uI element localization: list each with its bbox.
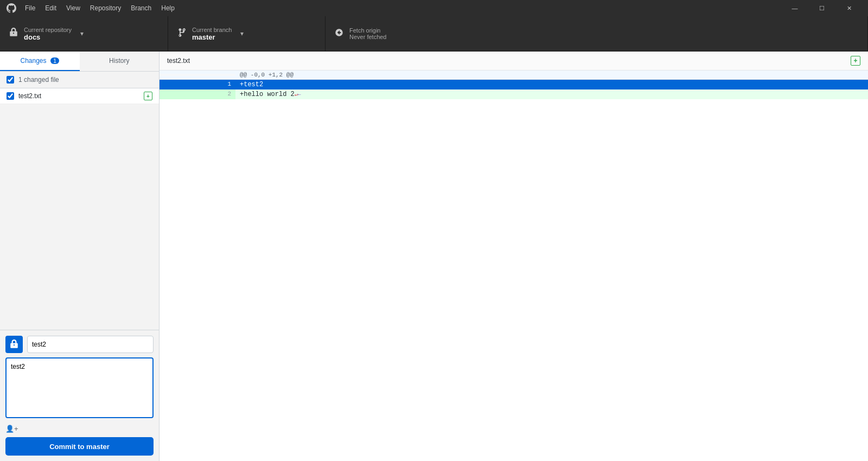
- file-item[interactable]: test2.txt +: [0, 88, 159, 104]
- fetch-label: Fetch origin: [349, 27, 386, 34]
- fetch-text: Fetch origin Never fetched: [349, 27, 386, 40]
- menu-view[interactable]: View: [62, 3, 85, 13]
- diff-line-2-new-num: 2: [197, 89, 235, 99]
- diff-filename: test2.txt: [167, 57, 190, 65]
- menu-file[interactable]: File: [21, 3, 40, 13]
- diff-line-1-code: +test2: [235, 80, 868, 89]
- file-list: test2.txt +: [0, 88, 159, 330]
- diff-hunk-old-num: [159, 74, 197, 76]
- toolbar: Current repository docs ▾ Current branch…: [0, 16, 868, 52]
- branch-label: Current branch: [192, 27, 232, 33]
- diff-line-2[interactable]: 2 +hello world 2↵←: [159, 89, 868, 99]
- menu-repository[interactable]: Repository: [86, 3, 125, 13]
- menu-help[interactable]: Help: [157, 3, 179, 13]
- sidebar: Changes 1 History 1 changed file test2.t…: [0, 52, 159, 461]
- select-all-checkbox[interactable]: [7, 76, 14, 84]
- diff-hunk-header: @@ -0,0 +1,2 @@: [159, 71, 868, 80]
- diff-line-2-old-num: [159, 89, 197, 99]
- tab-changes[interactable]: Changes 1: [0, 52, 80, 71]
- diff-line-1[interactable]: 1 +test2: [159, 80, 868, 89]
- commit-summary: [5, 336, 154, 353]
- changed-files-header: 1 changed file: [0, 72, 159, 88]
- diff-line-2-code: +hello world 2↵←: [235, 89, 868, 99]
- file-added-icon: +: [144, 92, 152, 100]
- diff-line-2-num-area: 2: [159, 89, 235, 99]
- diff-content: @@ -0,0 +1,2 @@ 1 +test2 2 +hello world …: [159, 71, 868, 461]
- repository-text: Current repository docs: [24, 27, 72, 41]
- avatar: [5, 336, 23, 353]
- main-content: Changes 1 History 1 changed file test2.t…: [0, 52, 868, 461]
- current-branch-section[interactable]: Current branch master ▾: [168, 16, 326, 51]
- commit-description-input[interactable]: test2: [5, 357, 154, 418]
- branch-chevron-icon: ▾: [240, 30, 244, 37]
- diff-line-1-new-num: 1: [197, 80, 235, 89]
- branch-text: Current branch master: [192, 27, 232, 41]
- close-button[interactable]: ✕: [837, 0, 861, 16]
- cr-icon: ←: [298, 92, 301, 98]
- add-coauthor-button[interactable]: 👤+: [5, 425, 18, 433]
- person-add-icon: 👤+: [5, 425, 18, 433]
- diff-area: test2.txt + @@ -0,0 +1,2 @@ 1 +test2: [159, 52, 868, 461]
- minimize-button[interactable]: —: [782, 0, 807, 16]
- window-controls: — ☐ ✕: [782, 0, 861, 16]
- lock-icon: [9, 28, 18, 40]
- diff-line-1-num-area: 1: [159, 80, 235, 89]
- tab-history[interactable]: History: [80, 52, 159, 71]
- menu-branch[interactable]: Branch: [126, 3, 156, 13]
- github-logo-icon: [7, 3, 16, 13]
- menu-edit[interactable]: Edit: [41, 3, 61, 13]
- commit-area: test2 👤+ Commit to master: [0, 330, 159, 461]
- diff-line-1-old-num: [159, 80, 197, 89]
- commit-button[interactable]: Commit to master: [5, 437, 154, 456]
- branch-icon: [177, 28, 187, 40]
- current-repository-section[interactable]: Current repository docs ▾: [0, 16, 168, 51]
- maximize-button[interactable]: ☐: [809, 0, 834, 16]
- diff-hunk-num-area: [159, 74, 235, 76]
- fetch-icon: [334, 28, 344, 40]
- diff-header: test2.txt +: [159, 52, 868, 71]
- titlebar-left: File Edit View Repository Branch Help: [7, 3, 179, 13]
- tabs: Changes 1 History: [0, 52, 159, 72]
- diff-hunk-info: @@ -0,0 +1,2 @@: [235, 71, 868, 79]
- diff-hunk-new-num: [197, 74, 235, 76]
- titlebar: File Edit View Repository Branch Help — …: [0, 0, 868, 16]
- repository-label: Current repository: [24, 27, 72, 33]
- changes-badge: 1: [50, 57, 59, 64]
- commit-footer: 👤+: [5, 425, 154, 433]
- branch-value: master: [192, 33, 232, 41]
- changed-files-count: 1 changed file: [18, 76, 152, 84]
- repository-value: docs: [24, 33, 72, 41]
- file-name: test2.txt: [18, 92, 139, 100]
- fetch-value: Never fetched: [349, 34, 386, 40]
- commit-summary-input[interactable]: [27, 336, 154, 353]
- fetch-origin-section[interactable]: Fetch origin Never fetched: [326, 16, 868, 51]
- file-checkbox[interactable]: [7, 92, 14, 100]
- repo-chevron-icon: ▾: [80, 30, 84, 37]
- titlebar-menu: File Edit View Repository Branch Help: [21, 3, 179, 13]
- diff-add-button[interactable]: +: [851, 56, 860, 66]
